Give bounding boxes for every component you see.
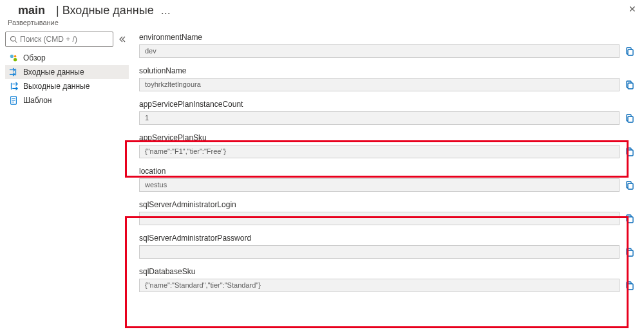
field-solutionName: solutionName toyhrkzltetlngoura xyxy=(139,66,636,91)
field-sqlServerAdministratorPassword: sqlServerAdministratorPassword xyxy=(139,234,636,259)
copy-icon xyxy=(625,113,635,124)
copy-button[interactable] xyxy=(623,245,636,259)
field-value: 1 xyxy=(139,111,620,125)
svg-rect-16 xyxy=(628,83,633,89)
field-value: {"name":"F1","tier":"Free"} xyxy=(139,145,620,158)
field-sqlServerAdministratorLogin: sqlServerAdministratorLogin xyxy=(139,200,636,225)
sidebar-item-template[interactable]: Шаблон xyxy=(5,93,129,107)
field-value: toyhrkzltetlngoura xyxy=(139,78,620,91)
sidebar-item-label: Обзор xyxy=(23,53,46,62)
field-label: solutionName xyxy=(139,66,636,75)
copy-icon xyxy=(625,147,635,157)
field-label: location xyxy=(139,167,636,176)
copy-icon xyxy=(625,180,635,190)
field-label: environmentName xyxy=(139,33,636,42)
copy-button[interactable] xyxy=(623,279,636,292)
close-icon: ✕ xyxy=(629,4,636,14)
svg-point-4 xyxy=(14,55,17,58)
svg-rect-15 xyxy=(628,50,633,55)
field-label: appServicePlanInstanceCount xyxy=(139,100,636,109)
svg-point-0 xyxy=(11,37,16,42)
inputs-icon xyxy=(9,68,18,77)
main-content: environmentName dev solutionName toyhrkz… xyxy=(129,28,644,306)
outputs-icon xyxy=(9,82,18,91)
title-sep: | xyxy=(53,4,62,17)
field-value xyxy=(139,212,620,225)
title-rest: Входные данные xyxy=(62,4,154,17)
field-value: westus xyxy=(139,178,620,192)
sidebar-item-label: Шаблон xyxy=(23,96,52,105)
search-box[interactable] xyxy=(5,32,113,47)
copy-icon xyxy=(625,80,635,90)
field-label: sqlDatabaseSku xyxy=(139,267,636,276)
svg-rect-20 xyxy=(628,217,633,223)
field-appServicePlanSku: appServicePlanSku {"name":"F1","tier":"F… xyxy=(139,133,636,158)
header-subtitle: Развертывание xyxy=(8,19,636,26)
sidebar-item-outputs[interactable]: Выходные данные xyxy=(5,79,129,93)
field-value: {"name":"Standard","tier":"Standard"} xyxy=(139,279,620,292)
field-environmentName: environmentName dev xyxy=(139,33,636,58)
close-button[interactable]: ✕ xyxy=(629,4,636,14)
copy-icon xyxy=(625,46,635,57)
svg-rect-18 xyxy=(628,150,633,156)
copy-button[interactable] xyxy=(623,178,636,192)
copy-button[interactable] xyxy=(623,44,636,58)
svg-rect-17 xyxy=(628,116,633,122)
copy-icon xyxy=(625,281,635,291)
field-appServicePlanInstanceCount: appServicePlanInstanceCount 1 xyxy=(139,100,636,125)
template-icon xyxy=(9,96,18,105)
field-sqlDatabaseSku: sqlDatabaseSku {"name":"Standard","tier"… xyxy=(139,267,636,292)
field-label: sqlServerAdministratorPassword xyxy=(139,234,636,243)
svg-rect-19 xyxy=(628,183,633,189)
sidebar: Обзор Входные данные Выходные данные Шаб… xyxy=(0,28,129,306)
more-button[interactable]: ... xyxy=(161,4,171,17)
svg-rect-22 xyxy=(628,284,633,290)
search-icon xyxy=(10,35,17,43)
search-input[interactable] xyxy=(20,35,109,44)
copy-button[interactable] xyxy=(623,212,636,225)
blade-header: main | Входные данные ... Развертывание … xyxy=(0,0,644,28)
chevron-left-double-icon xyxy=(118,35,126,43)
copy-icon xyxy=(625,247,635,257)
sidebar-item-overview[interactable]: Обзор xyxy=(5,51,129,65)
copy-button[interactable] xyxy=(623,78,636,91)
collapse-button[interactable] xyxy=(116,32,129,47)
field-value: dev xyxy=(139,44,620,58)
overview-icon xyxy=(9,53,18,62)
sidebar-item-inputs[interactable]: Входные данные xyxy=(5,65,129,79)
sidebar-item-label: Входные данные xyxy=(23,68,84,77)
copy-icon xyxy=(625,214,635,224)
field-value xyxy=(139,245,620,259)
svg-rect-21 xyxy=(628,250,633,256)
field-location: location westus xyxy=(139,167,636,192)
svg-line-1 xyxy=(15,41,17,42)
copy-button[interactable] xyxy=(623,111,636,125)
title-main: main xyxy=(8,0,53,22)
svg-point-2 xyxy=(10,55,14,58)
field-label: sqlServerAdministratorLogin xyxy=(139,200,636,209)
field-label: appServicePlanSku xyxy=(139,133,636,142)
copy-button[interactable] xyxy=(623,145,636,158)
svg-point-3 xyxy=(14,58,17,61)
sidebar-item-label: Выходные данные xyxy=(23,82,90,91)
